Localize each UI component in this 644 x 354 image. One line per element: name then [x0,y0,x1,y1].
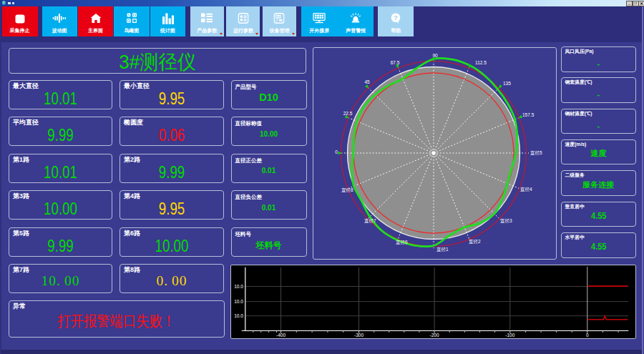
svg-text:10.0: 10.0 [234,284,243,289]
svg-text:0: 0 [586,333,589,338]
svg-text:90: 90 [432,53,438,58]
svg-text:10.0: 10.0 [234,313,243,318]
svg-text:直径3: 直径3 [500,218,512,223]
svg-text:直径7: 直径7 [364,218,376,223]
svg-text:直径8: 直径8 [341,187,353,192]
svg-text:-400: -400 [276,333,286,338]
svg-text:0: 0 [335,149,338,154]
svg-text:-100: -100 [505,333,514,338]
svg-text:135: 135 [503,81,511,86]
svg-text:直径5: 直径5 [530,150,542,155]
svg-text:直径2: 直径2 [469,239,481,244]
svg-text:直径4: 直径4 [520,187,532,192]
svg-text:45: 45 [364,79,370,84]
svg-text:-300: -300 [354,333,364,338]
svg-text:直径1: 直径1 [436,247,449,252]
svg-text:112.5: 112.5 [475,60,487,65]
svg-text:10.0: 10.0 [234,299,243,304]
svg-text:157.5: 157.5 [522,112,535,117]
svg-text:?: ? [394,14,398,21]
svg-text:22.5: 22.5 [343,111,353,116]
svg-text:67.5: 67.5 [391,60,400,65]
svg-text:直径6: 直径6 [396,240,408,245]
svg-text:-200: -200 [430,333,439,338]
